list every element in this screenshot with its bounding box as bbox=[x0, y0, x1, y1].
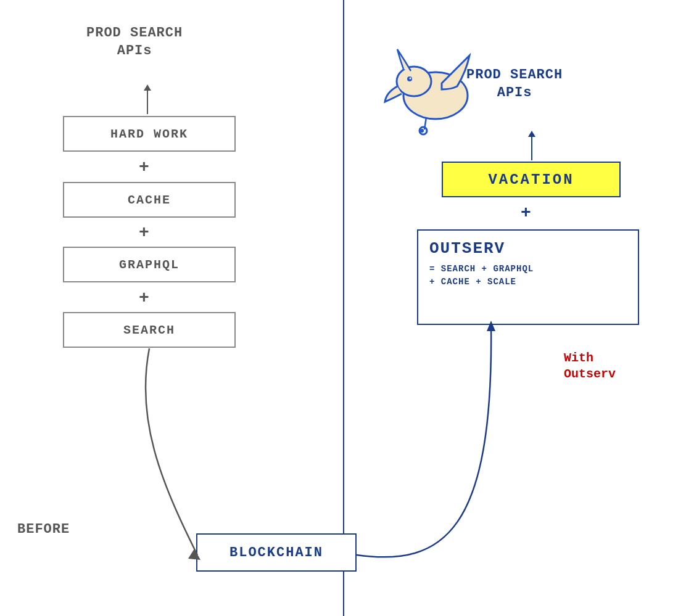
blockchain-box: BLOCKCHAIN bbox=[196, 533, 357, 572]
before-label: BEFORE bbox=[17, 522, 70, 537]
plus-1: + bbox=[139, 158, 149, 177]
plus-3: + bbox=[139, 289, 149, 308]
with-outserv-label: WithOutserv bbox=[564, 350, 616, 382]
left-section: PROD SEARCHAPIs HARD WORK + CACHE + GRAP… bbox=[0, 0, 343, 616]
outserv-box: OUTSERV = SEARCH + GRAPHQL+ CACHE + SCAL… bbox=[417, 229, 639, 325]
svg-point-6 bbox=[420, 129, 424, 133]
vacation-box: VACATION bbox=[442, 162, 621, 197]
right-prod-apis-label: PROD SEARCHAPIs bbox=[466, 67, 563, 102]
outserv-title: OUTSERV bbox=[429, 239, 627, 258]
outserv-sub: = SEARCH + GRAPHQL+ CACHE + SCALE bbox=[429, 263, 627, 289]
svg-point-3 bbox=[410, 78, 411, 80]
plus-2: + bbox=[139, 223, 149, 242]
plus-right: + bbox=[521, 203, 531, 223]
rhino-bird-icon bbox=[380, 37, 479, 136]
graphql-box: GRAPHQL bbox=[63, 247, 236, 282]
cache-box: CACHE bbox=[63, 182, 236, 218]
hard-work-box: HARD WORK bbox=[63, 116, 236, 152]
arrow-up-prod-right bbox=[531, 136, 532, 160]
left-prod-apis-label: PROD SEARCHAPIs bbox=[86, 25, 183, 60]
svg-point-1 bbox=[397, 67, 431, 96]
arrow-up-prod-left bbox=[147, 89, 148, 114]
search-box: SEARCH bbox=[63, 312, 236, 348]
right-section: PROD SEARCHAPIs VACATION + OUTSERV = SEA… bbox=[343, 0, 686, 616]
